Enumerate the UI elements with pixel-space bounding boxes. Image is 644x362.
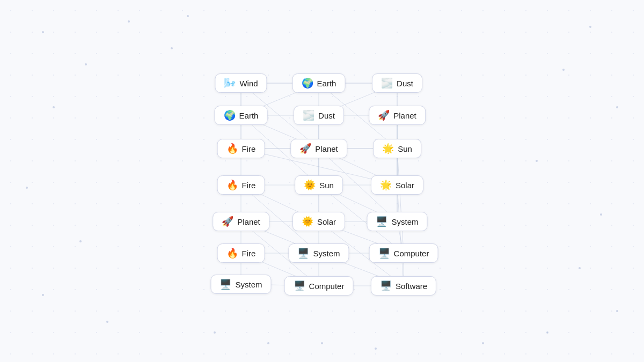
node-emoji-fire1: 🔥	[226, 144, 238, 153]
node-emoji-earth2: 🌍	[224, 110, 236, 120]
node-planet3[interactable]: 🚀Planet	[213, 212, 269, 231]
node-computer2[interactable]: 🖥️Computer	[284, 276, 354, 295]
node-emoji-earth1: 🌍	[302, 78, 313, 88]
node-emoji-sun2: 🌞	[304, 180, 316, 190]
node-wind1[interactable]: 🌬️Wind	[215, 73, 267, 93]
node-system2[interactable]: 🖥️System	[288, 243, 349, 263]
node-label-earth2: Earth	[239, 111, 259, 120]
node-fire2[interactable]: 🔥Fire	[217, 175, 265, 195]
node-software1[interactable]: 🖥️Software	[371, 276, 436, 295]
node-emoji-computer1: 🖥️	[378, 248, 390, 258]
node-emoji-wind1: 🌬️	[224, 78, 236, 88]
node-solar2[interactable]: 🌞Solar	[292, 212, 345, 231]
node-label-planet2: Planet	[315, 144, 338, 153]
node-emoji-fire2: 🔥	[226, 180, 238, 190]
node-label-system1: System	[391, 217, 418, 226]
node-emoji-solar2: 🌞	[302, 217, 313, 226]
node-label-solar1: Solar	[396, 181, 414, 190]
node-sun2[interactable]: 🌞Sun	[295, 175, 343, 195]
node-emoji-planet2: 🚀	[299, 144, 311, 153]
node-emoji-software1: 🖥️	[380, 281, 392, 291]
node-label-planet3: Planet	[237, 217, 260, 226]
node-label-sun2: Sun	[319, 181, 334, 190]
node-emoji-solar1: 🌟	[380, 180, 392, 190]
node-label-solar2: Solar	[317, 217, 336, 226]
node-planet1[interactable]: 🚀Planet	[369, 106, 426, 125]
node-system1[interactable]: 🖥️System	[367, 212, 427, 231]
node-dust1[interactable]: 🌫️Dust	[372, 73, 422, 93]
node-emoji-computer2: 🖥️	[294, 281, 305, 291]
node-label-dust2: Dust	[318, 111, 335, 120]
node-emoji-system1: 🖥️	[376, 217, 387, 226]
node-earth1[interactable]: 🌍Earth	[292, 73, 346, 93]
node-emoji-planet3: 🚀	[222, 217, 233, 226]
node-label-computer2: Computer	[309, 282, 345, 291]
node-solar1[interactable]: 🌟Solar	[371, 175, 423, 195]
node-emoji-system2: 🖥️	[297, 248, 309, 258]
node-label-fire2: Fire	[242, 181, 256, 190]
node-computer1[interactable]: 🖥️Computer	[369, 243, 438, 263]
node-emoji-sun1: 🌟	[382, 144, 394, 153]
node-label-system3: System	[235, 280, 262, 289]
node-label-earth1: Earth	[317, 79, 336, 88]
node-system3[interactable]: 🖥️System	[210, 275, 271, 294]
node-label-sun1: Sun	[398, 144, 412, 153]
nodes-container: 🌬️Wind🌍Earth🌫️Dust🌍Earth🌫️Dust🚀Planet🔥Fi…	[0, 0, 644, 362]
node-planet2[interactable]: 🚀Planet	[290, 139, 347, 158]
node-label-software1: Software	[396, 282, 427, 291]
node-dust2[interactable]: 🌫️Dust	[294, 106, 344, 125]
node-fire1[interactable]: 🔥Fire	[217, 139, 265, 158]
node-fire3[interactable]: 🔥Fire	[217, 243, 265, 263]
node-label-system2: System	[313, 249, 340, 258]
node-emoji-planet1: 🚀	[378, 110, 390, 120]
node-sun1[interactable]: 🌟Sun	[373, 139, 421, 158]
node-label-fire1: Fire	[242, 144, 256, 153]
node-label-computer1: Computer	[394, 249, 429, 258]
node-label-planet1: Planet	[393, 111, 416, 120]
node-label-dust1: Dust	[397, 79, 413, 88]
node-label-fire3: Fire	[242, 249, 256, 258]
node-emoji-fire3: 🔥	[226, 248, 238, 258]
node-emoji-dust2: 🌫️	[303, 110, 314, 120]
node-emoji-system3: 🖥️	[219, 279, 231, 289]
node-emoji-dust1: 🌫️	[381, 78, 393, 88]
node-earth2[interactable]: 🌍Earth	[215, 106, 268, 125]
node-label-wind1: Wind	[239, 79, 258, 88]
